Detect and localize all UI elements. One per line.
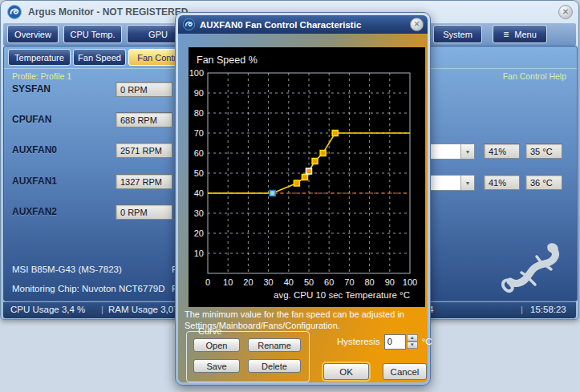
chart-text: 40 xyxy=(284,277,294,287)
chart-text: 10 xyxy=(194,249,204,258)
clock-label: 15:58:23 xyxy=(530,305,566,314)
chart-text: 60 xyxy=(194,148,204,158)
fan-curve-chart[interactable]: Fan Speed %10203040506070809010001020304… xyxy=(189,47,425,307)
chart-text: Fan Speed % xyxy=(197,55,258,66)
chart-text: avg. CPU 10 sec Temperature °C xyxy=(274,290,410,300)
fan-rpm-sysfan: 0 RPM xyxy=(116,82,172,97)
chart-text: 60 xyxy=(324,277,334,287)
curve-point[interactable] xyxy=(320,151,326,156)
open-button[interactable]: Open xyxy=(193,338,240,352)
chart-text: 20 xyxy=(243,277,253,287)
chart-text: 70 xyxy=(344,277,354,287)
divider: | xyxy=(521,305,523,314)
curve-point[interactable] xyxy=(306,168,312,174)
dialog-title: AUXFAN0 Fan Control Characteristic xyxy=(200,20,361,30)
chart-panel: Fan Speed %10203040506070809010001020304… xyxy=(189,47,425,307)
save-button[interactable]: Save xyxy=(193,359,240,373)
tab-temperature[interactable]: Temperature xyxy=(8,49,71,66)
fan-name-auxfan0: AUXFAN0 xyxy=(12,144,57,156)
window-title: Argus Monitor - NOT REGISTERED xyxy=(28,6,188,18)
dialog-close-icon[interactable]: ✕ xyxy=(410,18,424,31)
ok-button[interactable]: OK xyxy=(323,363,369,380)
fan-temp-auxfan1: 36 °C xyxy=(525,175,562,190)
chart-text: 30 xyxy=(194,208,204,218)
hysteresis-spinner: ▲ ▼ xyxy=(407,334,418,349)
curve-group-label: Curve xyxy=(195,326,225,336)
tab-system[interactable]: System xyxy=(433,25,482,43)
fan-name-auxfan2: AUXFAN2 xyxy=(12,206,57,217)
chart-text: 90 xyxy=(194,88,204,98)
chart-text: 70 xyxy=(194,128,204,138)
curve-point[interactable] xyxy=(332,131,338,136)
divider: | xyxy=(101,305,103,314)
hysteresis-row: Hysteresis ▲ ▼ °C xyxy=(337,333,432,350)
fan-rpm-auxfan1: 1327 RPM xyxy=(116,174,172,189)
argus-gecko-logo xyxy=(489,239,569,298)
argus-logo-icon xyxy=(7,5,22,19)
spin-up-icon[interactable]: ▲ xyxy=(407,334,418,341)
curve-point[interactable] xyxy=(312,159,318,164)
fan-temp-auxfan0: 35 °C xyxy=(525,143,562,159)
chart-text: 40 xyxy=(194,188,204,198)
fan-name-cpufan: CPUFAN xyxy=(12,114,51,125)
tab-fan-speed[interactable]: Fan Speed xyxy=(73,49,126,66)
chart-text: 100 xyxy=(403,277,417,287)
monitoring-chip-label: Monitoring Chip: Nuvoton NCT6779D xyxy=(12,284,164,293)
curve-point[interactable] xyxy=(302,175,307,180)
chart-text: 0 xyxy=(205,277,210,287)
tab-cpu-temp[interactable]: CPU Temp. xyxy=(63,25,122,43)
menu-label: Menu xyxy=(514,30,537,39)
argus-logo-icon xyxy=(183,18,195,30)
fan-rpm-cpufan: 688 RPM xyxy=(116,112,172,127)
curve-groupbox: Curve Open Rename Save Delete xyxy=(186,331,310,382)
cpu-usage-label: CPU Usage 3,4 % xyxy=(10,305,85,314)
fan-rpm-auxfan2: 0 RPM xyxy=(116,204,172,220)
fan-rpm-auxfan0: 2571 RPM xyxy=(116,143,172,158)
chart-text: 80 xyxy=(194,108,204,118)
dialog-body: Fan Speed %10203040506070809010001020304… xyxy=(178,34,428,382)
chart-text: 100 xyxy=(189,68,204,78)
fan-control-help-link[interactable]: Fan Control Help xyxy=(503,71,566,81)
fan-name-sysfan: SYSFAN xyxy=(12,83,51,95)
chevron-down-icon[interactable]: ▼ xyxy=(460,144,474,159)
cancel-button[interactable]: Cancel xyxy=(383,363,427,380)
chart-text: 50 xyxy=(194,168,204,178)
spin-down-icon[interactable]: ▼ xyxy=(407,341,418,349)
rename-button[interactable]: Rename xyxy=(248,338,301,352)
chart-text: 30 xyxy=(263,277,273,287)
fan-pct-auxfan1: 41% xyxy=(484,175,520,190)
menu-button[interactable]: ≡ Menu xyxy=(493,25,547,43)
fan-control-dialog: AUXFAN0 Fan Control Characteristic ✕ Fan… xyxy=(175,12,431,386)
fan-name-auxfan1: AUXFAN1 xyxy=(12,176,57,187)
window-close-icon[interactable]: ✕ xyxy=(558,5,573,19)
tab-overview[interactable]: Overview xyxy=(7,25,59,43)
fan-pct-auxfan0: 41% xyxy=(484,143,520,159)
chart-text: 90 xyxy=(385,277,395,287)
hysteresis-unit: °C xyxy=(422,337,432,346)
chart-text: 20 xyxy=(194,228,204,238)
chart-text: 50 xyxy=(304,277,314,287)
chart-text: 80 xyxy=(364,277,374,287)
chevron-down-icon[interactable]: ▼ xyxy=(460,176,474,190)
curve-point[interactable] xyxy=(270,191,275,196)
profile-label: Profile: Profile 1 xyxy=(12,71,71,81)
chart-text: 10 xyxy=(223,277,233,287)
hysteresis-label: Hysteresis xyxy=(337,337,380,346)
dialog-titlebar[interactable]: AUXFAN0 Fan Control Characteristic ✕ xyxy=(178,15,428,34)
hysteresis-input[interactable] xyxy=(384,334,406,350)
hamburger-icon: ≡ xyxy=(503,29,509,40)
delete-button[interactable]: Delete xyxy=(248,359,301,373)
mainboard-label: MSI B85M-G43 (MS-7823) xyxy=(12,265,122,274)
curve-point[interactable] xyxy=(294,180,299,186)
